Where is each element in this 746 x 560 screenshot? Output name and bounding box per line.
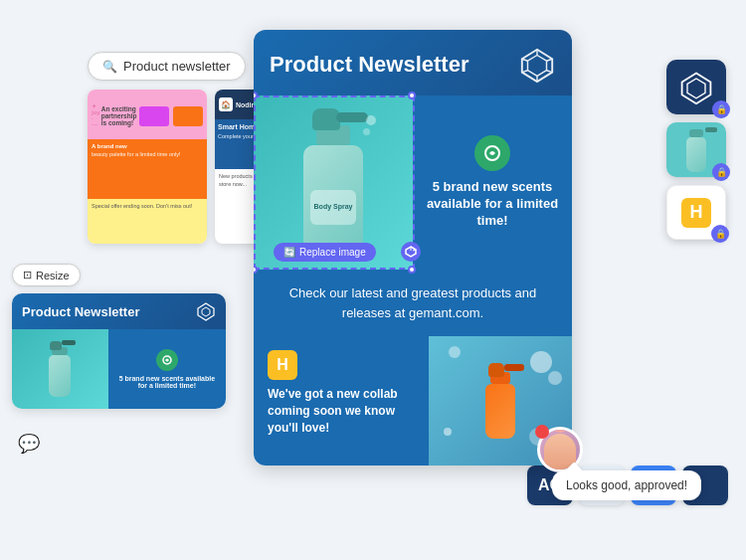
card-collab-section: H We've got a new collab coming soon we … — [254, 336, 572, 466]
resize-icon: ⊡ — [23, 269, 32, 281]
svg-marker-14 — [198, 303, 214, 320]
icon-card-geo[interactable]: 🔒 — [666, 60, 726, 114]
approval-message: Looks good, approved! — [566, 478, 687, 492]
svg-marker-13 — [687, 79, 705, 98]
mini-card-title: Product Newsletter — [22, 304, 139, 319]
svg-marker-1 — [528, 56, 547, 77]
scent-icon — [474, 135, 510, 171]
search-icon: 🔍 — [102, 60, 117, 74]
search-input-value: Product newsletter — [123, 59, 231, 74]
main-newsletter-card: Product Newsletter Body Spray — [254, 30, 572, 466]
icon-card-bottle[interactable]: 🔒 — [666, 122, 726, 177]
replace-dot-button[interactable] — [401, 242, 421, 262]
thumb2-home-icon: 🏠 — [219, 97, 233, 111]
replace-label: Replace image — [299, 247, 366, 258]
selection-handle-tr[interactable] — [408, 92, 416, 99]
lock-badge-3: 🔒 — [711, 225, 729, 243]
collab-h-icon: H — [268, 350, 297, 380]
template-thumbnail-1[interactable]: ✦ joy · ···· An exciting partnership is … — [88, 90, 207, 244]
thumb1-header: ✦ joy · ···· An exciting partnership is … — [88, 90, 207, 139]
svg-marker-12 — [682, 73, 711, 103]
geo-icon — [678, 70, 714, 105]
card-title: Product Newsletter — [270, 52, 469, 78]
mini-scent-icon — [156, 349, 178, 371]
right-icon-panel: 🔒 🔒 H 🔒 — [666, 60, 726, 240]
resize-label: Resize — [36, 270, 70, 281]
card-logo-icon — [518, 46, 556, 84]
lock-badge-1: 🔒 — [712, 100, 730, 118]
blue-text-content: Check our latest and greatest products a… — [274, 283, 552, 322]
mini-text-block: 5 brand new scents available for a limit… — [108, 329, 226, 409]
notification-dot — [535, 425, 549, 439]
mini-product-image — [12, 329, 108, 409]
search-bar[interactable]: 🔍 Product newsletter — [88, 52, 246, 81]
mini-card-header: Product Newsletter — [12, 293, 226, 329]
h-icon: H — [681, 198, 711, 228]
mini-scent-text: 5 brand new scents available for a limit… — [114, 375, 220, 389]
replace-icon: 🔄 — [283, 247, 295, 258]
mini-preview-card: Product Newsletter 5 brand new scents av… — [12, 293, 226, 409]
thumb1-bottom: Special offer ending soon. Don't miss ou… — [88, 199, 207, 244]
collab-text: We've got a new collab coming soon we kn… — [268, 386, 415, 436]
lock-badge-2: 🔒 — [712, 163, 730, 181]
approval-bubble: Looks good, approved! — [552, 470, 701, 500]
card-header: Product Newsletter — [254, 30, 572, 95]
resize-button[interactable]: ⊡ Resize — [12, 264, 81, 286]
icon-card-h[interactable]: H 🔒 — [666, 185, 726, 240]
chat-icon[interactable]: 💬 — [18, 433, 46, 461]
scent-description: 5 brand new scents available for a limit… — [425, 179, 560, 230]
card-scent-info: 5 brand new scents available for a limit… — [413, 95, 572, 270]
selection-handle-br[interactable] — [408, 266, 416, 274]
mini-card-logo — [196, 301, 216, 321]
card-blue-text-section: Check our latest and greatest products a… — [254, 270, 572, 336]
mini-card-content: 5 brand new scents available for a limit… — [12, 329, 226, 409]
replace-image-button[interactable]: 🔄 Replace image — [274, 243, 376, 262]
svg-marker-15 — [202, 307, 210, 316]
card-image-section: Body Spray 5 brand new scents available … — [254, 95, 572, 270]
thumb1-orange: A brand new beauty palette for a limited… — [88, 139, 207, 199]
collab-left-panel: H We've got a new collab coming soon we … — [254, 336, 429, 466]
